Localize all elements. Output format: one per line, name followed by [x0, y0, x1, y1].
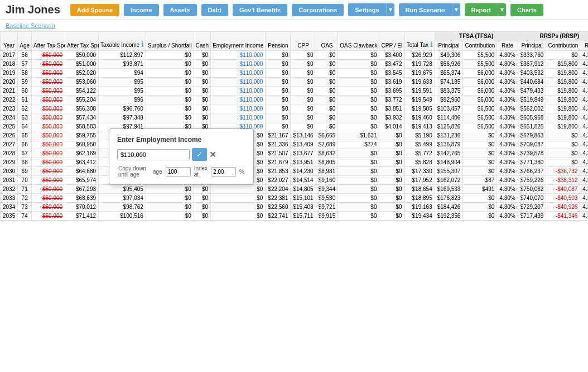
index-label: Index at — [194, 165, 208, 178]
popup-title: Enter Employment Income — [117, 136, 245, 144]
employment-income-input[interactable] — [117, 149, 190, 160]
popup-overlay: Enter Employment Income ✓ ✕ Copy down un… — [0, 0, 588, 372]
app-container: Jim Jones Add Spouse Income Assets Debt … — [0, 0, 588, 372]
employment-income-popup: Enter Employment Income ✓ ✕ Copy down un… — [109, 128, 254, 185]
copy-age-label: age — [153, 169, 162, 175]
popup-cancel-button[interactable]: ✕ — [209, 150, 216, 160]
popup-input-row: ✓ ✕ — [117, 148, 245, 161]
index-value-input[interactable] — [211, 167, 236, 177]
popup-confirm-button[interactable]: ✓ — [192, 148, 207, 161]
copy-label: Copy down until age — [118, 165, 148, 178]
copy-age-input[interactable] — [166, 167, 191, 177]
popup-copy-row: Copy down until age age Index at % — [117, 165, 245, 178]
index-suffix: % — [239, 169, 244, 175]
